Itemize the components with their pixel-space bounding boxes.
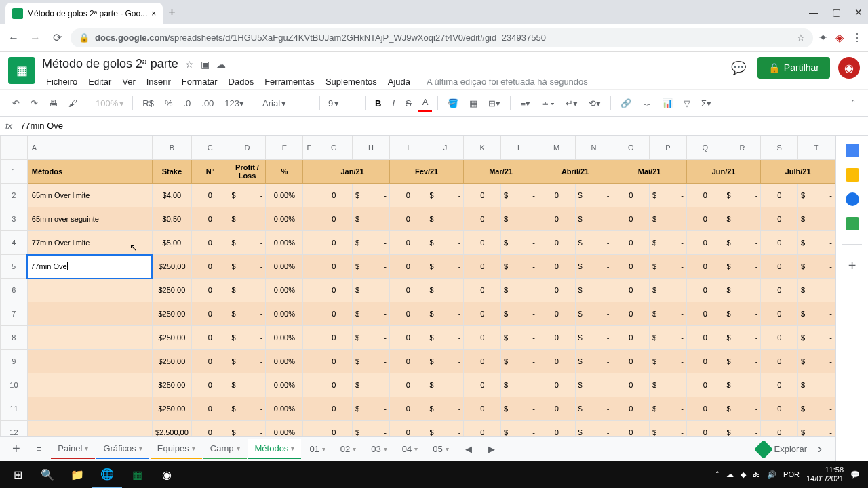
back-button[interactable]: ← xyxy=(5,32,22,44)
menu-ferramentas[interactable]: Ferramentas xyxy=(260,74,319,89)
col-header-R[interactable]: R xyxy=(724,136,761,160)
comments-button[interactable]: 💬 xyxy=(728,57,749,79)
undo-button[interactable]: ↶ xyxy=(8,96,24,111)
language-indicator[interactable]: POR xyxy=(783,470,800,479)
bookmark-star-icon[interactable]: ☆ xyxy=(797,33,805,43)
volume-icon[interactable]: 🔊 xyxy=(767,470,776,479)
row-header-5[interactable]: 5 xyxy=(1,255,28,279)
insert-link-button[interactable]: 🔗 xyxy=(616,96,635,111)
menu-suplementos[interactable]: Suplementos xyxy=(321,74,381,89)
col-header-J[interactable]: J xyxy=(427,136,464,160)
increase-decimal-button[interactable]: .00 xyxy=(197,96,218,111)
filter-button[interactable]: ▽ xyxy=(679,96,694,111)
sheet-tab-métodos[interactable]: Métodos ▾ xyxy=(248,439,302,459)
cell-A6[interactable] xyxy=(27,279,152,302)
minimize-button[interactable]: — xyxy=(809,7,818,18)
file-explorer-icon[interactable]: 📁 xyxy=(62,461,92,488)
col-header-C[interactable]: C xyxy=(191,136,229,160)
paint-format-button[interactable]: 🖌 xyxy=(64,96,81,111)
cell-A10[interactable] xyxy=(27,373,152,397)
row-header-9[interactable]: 9 xyxy=(1,350,28,373)
row-header-11[interactable]: 11 xyxy=(1,397,28,421)
functions-button[interactable]: Σ▾ xyxy=(697,96,715,111)
col-header-O[interactable]: O xyxy=(612,136,650,160)
col-header-E[interactable]: E xyxy=(266,136,303,160)
col-header-B[interactable]: B xyxy=(152,136,191,160)
sheet-tab-equipes[interactable]: Equipes ▾ xyxy=(151,439,202,459)
document-title[interactable]: Método de golos 2ª parte xyxy=(42,57,178,71)
merge-cells-button[interactable]: ⊞▾ xyxy=(484,96,505,111)
formula-bar[interactable]: fx 77min Ove xyxy=(0,117,868,136)
row-header-6[interactable]: 6 xyxy=(1,279,28,302)
sheet-tab-camp[interactable]: Camp ▾ xyxy=(203,439,247,459)
keep-icon[interactable] xyxy=(846,168,859,182)
close-window-button[interactable]: ✕ xyxy=(854,7,863,18)
redo-button[interactable]: ↷ xyxy=(26,96,42,111)
menu-ajuda[interactable]: Ajuda xyxy=(384,74,414,89)
sheet-tab-02[interactable]: 02 ▾ xyxy=(334,439,363,459)
col-header-H[interactable]: H xyxy=(353,136,390,160)
formula-input[interactable]: 77min Ove xyxy=(20,121,863,131)
cell-A12[interactable] xyxy=(27,421,152,437)
tasks-icon[interactable] xyxy=(846,192,859,206)
menu-inserir[interactable]: Inserir xyxy=(142,74,175,89)
col-header-N[interactable]: N xyxy=(575,136,612,160)
network-icon[interactable]: 🖧 xyxy=(753,470,760,479)
text-rotation-button[interactable]: ⟲▾ xyxy=(585,96,605,111)
tray-app-icon[interactable]: ◆ xyxy=(741,470,746,479)
row-header-2[interactable]: 2 xyxy=(1,184,28,207)
cell-A8[interactable] xyxy=(27,326,152,350)
search-button[interactable]: 🔍 xyxy=(33,461,62,488)
row-header-10[interactable]: 10 xyxy=(1,373,28,397)
row-header-12[interactable]: 12 xyxy=(1,421,28,437)
text-color-button[interactable]: A xyxy=(418,94,433,112)
browser-menu-icon[interactable]: ⋮ xyxy=(852,31,863,44)
menu-editar[interactable]: Editar xyxy=(84,74,115,89)
star-icon[interactable]: ☆ xyxy=(185,59,194,70)
col-header-M[interactable]: M xyxy=(538,136,575,160)
extension-shield-icon[interactable]: ◈ xyxy=(835,31,844,44)
decrease-decimal-button[interactable]: .0 xyxy=(179,96,195,111)
tray-chevron-icon[interactable]: ˄ xyxy=(715,470,719,479)
cell-A3[interactable]: 65min over seguinte xyxy=(27,207,152,231)
sheet-tab-03[interactable]: 03 ▾ xyxy=(364,439,393,459)
reload-button[interactable]: ⟳ xyxy=(49,31,65,44)
cell-A7[interactable] xyxy=(27,302,152,326)
row-header-3[interactable]: 3 xyxy=(1,207,28,231)
vertical-align-button[interactable]: ⫨▾ xyxy=(537,96,559,111)
horizontal-align-button[interactable]: ≡▾ xyxy=(516,96,534,111)
maps-icon[interactable] xyxy=(846,217,859,230)
row-header-4[interactable]: 4 xyxy=(1,231,28,255)
col-header-P[interactable]: P xyxy=(650,136,687,160)
more-formats-button[interactable]: 123▾ xyxy=(220,96,248,111)
menu-ver[interactable]: Ver xyxy=(118,74,140,89)
col-header-I[interactable]: I xyxy=(389,136,427,160)
sheet-tab-gráficos[interactable]: Gráficos ▾ xyxy=(96,439,149,459)
col-header-K[interactable]: K xyxy=(464,136,501,160)
col-header-A[interactable]: A xyxy=(27,136,152,160)
forward-button[interactable]: → xyxy=(27,32,43,44)
address-bar[interactable]: 🔒 docs.google.com/spreadsheets/d/1HGU5Xa… xyxy=(71,28,813,47)
new-tab-button[interactable]: + xyxy=(168,5,176,20)
col-header-S[interactable]: S xyxy=(761,136,798,160)
cell-A2[interactable]: 65min Over limite xyxy=(27,184,152,207)
row-header-1[interactable]: 1 xyxy=(1,160,28,184)
start-button[interactable]: ⊞ xyxy=(3,461,33,488)
sheet-tab-05[interactable]: 05 ▾ xyxy=(426,439,455,459)
bold-button[interactable]: B xyxy=(371,96,385,111)
add-ons-button[interactable]: + xyxy=(848,258,856,274)
obs-icon[interactable]: ◉ xyxy=(152,461,182,488)
insert-comment-button[interactable]: 🗨 xyxy=(638,96,655,111)
calendar-icon[interactable] xyxy=(846,144,859,157)
print-button[interactable]: 🖶 xyxy=(45,96,62,111)
onedrive-icon[interactable]: ☁ xyxy=(726,470,734,479)
menu-dados[interactable]: Dados xyxy=(224,74,258,89)
tab-scroll-right[interactable]: ▶ xyxy=(481,440,502,458)
col-header-F[interactable]: F xyxy=(303,136,315,160)
menu-formatar[interactable]: Formatar xyxy=(178,74,222,89)
tab-scroll-left[interactable]: ◀ xyxy=(458,440,479,458)
chrome-icon[interactable]: 🌐 xyxy=(92,461,122,488)
cloud-status-icon[interactable]: ☁ xyxy=(216,59,226,70)
zoom-select[interactable]: 100% ▾ xyxy=(93,97,127,110)
extensions-icon[interactable]: ✦ xyxy=(818,31,827,44)
